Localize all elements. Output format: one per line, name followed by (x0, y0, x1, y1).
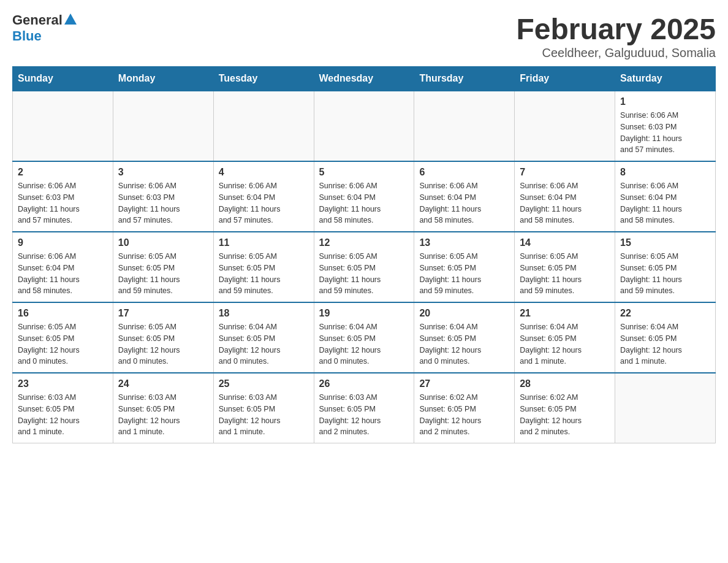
day-info: Sunrise: 6:02 AM Sunset: 6:05 PM Dayligh… (419, 392, 509, 438)
calendar-cell: 8Sunrise: 6:06 AM Sunset: 6:04 PM Daylig… (615, 161, 716, 232)
day-number: 26 (319, 378, 409, 389)
day-number: 5 (319, 167, 409, 178)
calendar-cell: 22Sunrise: 6:04 AM Sunset: 6:05 PM Dayli… (615, 302, 716, 373)
weekday-header-monday: Monday (113, 67, 213, 91)
calendar-cell (314, 91, 414, 161)
day-info: Sunrise: 6:06 AM Sunset: 6:03 PM Dayligh… (18, 180, 108, 226)
calendar-cell: 20Sunrise: 6:04 AM Sunset: 6:05 PM Dayli… (414, 302, 515, 373)
calendar-cell: 28Sunrise: 6:02 AM Sunset: 6:05 PM Dayli… (515, 373, 615, 443)
day-info: Sunrise: 6:06 AM Sunset: 6:04 PM Dayligh… (319, 180, 409, 226)
weekday-header-row: SundayMondayTuesdayWednesdayThursdayFrid… (13, 67, 716, 91)
day-number: 28 (520, 378, 610, 389)
day-number: 14 (520, 237, 610, 248)
calendar-cell: 14Sunrise: 6:05 AM Sunset: 6:05 PM Dayli… (515, 232, 615, 302)
day-number: 3 (118, 167, 208, 178)
logo-triangle-icon (64, 13, 77, 25)
day-info: Sunrise: 6:03 AM Sunset: 6:05 PM Dayligh… (18, 392, 108, 438)
calendar-cell: 1Sunrise: 6:06 AM Sunset: 6:03 PM Daylig… (615, 91, 716, 161)
day-number: 15 (620, 237, 710, 248)
calendar-cell: 23Sunrise: 6:03 AM Sunset: 6:05 PM Dayli… (13, 373, 113, 443)
calendar-cell (615, 373, 716, 443)
calendar-cell: 26Sunrise: 6:03 AM Sunset: 6:05 PM Dayli… (314, 373, 414, 443)
calendar-cell: 18Sunrise: 6:04 AM Sunset: 6:05 PM Dayli… (213, 302, 314, 373)
day-number: 9 (18, 237, 108, 248)
day-info: Sunrise: 6:05 AM Sunset: 6:05 PM Dayligh… (219, 251, 309, 297)
day-number: 23 (18, 378, 108, 389)
title-section: February 2025 Ceeldheer, Galguduud, Soma… (516, 12, 716, 60)
week-row-3: 9Sunrise: 6:06 AM Sunset: 6:04 PM Daylig… (13, 232, 716, 302)
calendar-cell: 11Sunrise: 6:05 AM Sunset: 6:05 PM Dayli… (213, 232, 314, 302)
calendar-cell: 2Sunrise: 6:06 AM Sunset: 6:03 PM Daylig… (13, 161, 113, 232)
calendar-cell: 9Sunrise: 6:06 AM Sunset: 6:04 PM Daylig… (13, 232, 113, 302)
day-number: 19 (319, 308, 409, 319)
weekday-header-tuesday: Tuesday (213, 67, 314, 91)
calendar-cell: 5Sunrise: 6:06 AM Sunset: 6:04 PM Daylig… (314, 161, 414, 232)
weekday-header-friday: Friday (515, 67, 615, 91)
calendar-cell: 21Sunrise: 6:04 AM Sunset: 6:05 PM Dayli… (515, 302, 615, 373)
location: Ceeldheer, Galguduud, Somalia (516, 46, 716, 60)
calendar-table: SundayMondayTuesdayWednesdayThursdayFrid… (12, 66, 716, 443)
calendar-cell: 10Sunrise: 6:05 AM Sunset: 6:05 PM Dayli… (113, 232, 213, 302)
day-info: Sunrise: 6:03 AM Sunset: 6:05 PM Dayligh… (319, 392, 409, 438)
calendar-cell: 12Sunrise: 6:05 AM Sunset: 6:05 PM Dayli… (314, 232, 414, 302)
day-info: Sunrise: 6:04 AM Sunset: 6:05 PM Dayligh… (419, 321, 509, 367)
day-number: 20 (419, 308, 509, 319)
calendar-cell: 25Sunrise: 6:03 AM Sunset: 6:05 PM Dayli… (213, 373, 314, 443)
day-info: Sunrise: 6:03 AM Sunset: 6:05 PM Dayligh… (118, 392, 208, 438)
day-number: 13 (419, 237, 509, 248)
day-info: Sunrise: 6:06 AM Sunset: 6:03 PM Dayligh… (118, 180, 208, 226)
week-row-1: 1Sunrise: 6:06 AM Sunset: 6:03 PM Daylig… (13, 91, 716, 161)
logo-general: General (12, 12, 77, 28)
weekday-header-saturday: Saturday (615, 67, 716, 91)
day-number: 25 (219, 378, 309, 389)
day-number: 11 (219, 237, 309, 248)
calendar-cell (213, 91, 314, 161)
day-number: 18 (219, 308, 309, 319)
day-info: Sunrise: 6:06 AM Sunset: 6:04 PM Dayligh… (419, 180, 509, 226)
calendar-cell: 15Sunrise: 6:05 AM Sunset: 6:05 PM Dayli… (615, 232, 716, 302)
calendar-cell (113, 91, 213, 161)
day-info: Sunrise: 6:05 AM Sunset: 6:05 PM Dayligh… (118, 321, 208, 367)
weekday-header-sunday: Sunday (13, 67, 113, 91)
day-number: 24 (118, 378, 208, 389)
day-number: 22 (620, 308, 710, 319)
calendar-cell: 24Sunrise: 6:03 AM Sunset: 6:05 PM Dayli… (113, 373, 213, 443)
weekday-header-thursday: Thursday (414, 67, 515, 91)
day-number: 2 (18, 167, 108, 178)
calendar-cell (515, 91, 615, 161)
logo: General Blue (12, 12, 77, 44)
day-number: 21 (520, 308, 610, 319)
day-info: Sunrise: 6:05 AM Sunset: 6:05 PM Dayligh… (520, 251, 610, 297)
week-row-4: 16Sunrise: 6:05 AM Sunset: 6:05 PM Dayli… (13, 302, 716, 373)
week-row-5: 23Sunrise: 6:03 AM Sunset: 6:05 PM Dayli… (13, 373, 716, 443)
day-info: Sunrise: 6:06 AM Sunset: 6:04 PM Dayligh… (219, 180, 309, 226)
day-number: 1 (620, 96, 710, 107)
week-row-2: 2Sunrise: 6:06 AM Sunset: 6:03 PM Daylig… (13, 161, 716, 232)
calendar-cell: 3Sunrise: 6:06 AM Sunset: 6:03 PM Daylig… (113, 161, 213, 232)
calendar-cell (13, 91, 113, 161)
calendar-cell: 17Sunrise: 6:05 AM Sunset: 6:05 PM Dayli… (113, 302, 213, 373)
calendar-cell: 16Sunrise: 6:05 AM Sunset: 6:05 PM Dayli… (13, 302, 113, 373)
day-info: Sunrise: 6:05 AM Sunset: 6:05 PM Dayligh… (620, 251, 710, 297)
day-info: Sunrise: 6:06 AM Sunset: 6:04 PM Dayligh… (18, 251, 108, 297)
day-info: Sunrise: 6:05 AM Sunset: 6:05 PM Dayligh… (118, 251, 208, 297)
weekday-header-wednesday: Wednesday (314, 67, 414, 91)
day-number: 27 (419, 378, 509, 389)
day-number: 12 (319, 237, 409, 248)
day-number: 16 (18, 308, 108, 319)
day-info: Sunrise: 6:03 AM Sunset: 6:05 PM Dayligh… (219, 392, 309, 438)
day-info: Sunrise: 6:04 AM Sunset: 6:05 PM Dayligh… (219, 321, 309, 367)
calendar-cell: 13Sunrise: 6:05 AM Sunset: 6:05 PM Dayli… (414, 232, 515, 302)
day-number: 8 (620, 167, 710, 178)
day-info: Sunrise: 6:05 AM Sunset: 6:05 PM Dayligh… (419, 251, 509, 297)
day-info: Sunrise: 6:02 AM Sunset: 6:05 PM Dayligh… (520, 392, 610, 438)
day-info: Sunrise: 6:04 AM Sunset: 6:05 PM Dayligh… (319, 321, 409, 367)
day-info: Sunrise: 6:06 AM Sunset: 6:04 PM Dayligh… (520, 180, 610, 226)
day-info: Sunrise: 6:04 AM Sunset: 6:05 PM Dayligh… (520, 321, 610, 367)
calendar-cell: 27Sunrise: 6:02 AM Sunset: 6:05 PM Dayli… (414, 373, 515, 443)
day-info: Sunrise: 6:04 AM Sunset: 6:05 PM Dayligh… (620, 321, 710, 367)
day-number: 10 (118, 237, 208, 248)
day-info: Sunrise: 6:05 AM Sunset: 6:05 PM Dayligh… (18, 321, 108, 367)
day-number: 6 (419, 167, 509, 178)
day-number: 4 (219, 167, 309, 178)
